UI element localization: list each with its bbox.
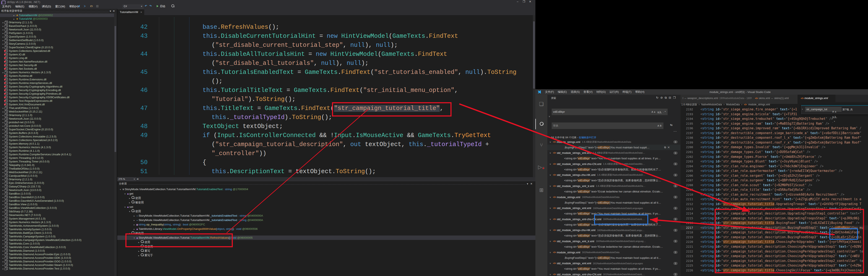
tree-item-assembly[interactable]: System.Linq.dll: [0, 56, 114, 60]
tree-item-assembly[interactable]: ▸StbSharp (0.7.2.38): [0, 210, 114, 213]
tree-item-assembly[interactable]: ▸BaseOverhaul (1.0.0.0): [0, 24, 114, 28]
language-select[interactable]: C#▾: [123, 5, 143, 9]
hscroll-left-icon[interactable]: ◀: [136, 177, 138, 180]
result-match-row[interactable]: .BuyingFoodStep1" text="{=vdEoBkpr}You m…: [547, 145, 681, 150]
result-match-row[interactable]: .BuyingFoodStep1" text="{=vdEoBkpr}You m…: [547, 200, 681, 205]
result-file-row[interactable]: ∨</>std_module_strings_xml.xml161NativeM…: [547, 261, 681, 266]
tree-item-assembly[interactable]: ▸TheBattleOfSika (1.0.0.0): [0, 167, 114, 170]
save-icon[interactable]: ▤: [96, 4, 99, 7]
tree-item-assembly[interactable]: ▸System.Memory (4.0.1.1): [0, 142, 114, 145]
panel-close-icon[interactable]: ✕: [113, 9, 115, 12]
tree-item-assembly[interactable]: ▸TaleWorlds.Core.ViewModelCollection (1.…: [0, 245, 114, 249]
regex-icon[interactable]: .*: [663, 111, 666, 113]
analyzer-row[interactable]: ▾使用: [117, 209, 141, 214]
tree-item-assembly[interactable]: ▸SandBox (1.0.0.0): [0, 192, 114, 195]
find-toggle-replace-chevron-icon[interactable]: ›: [802, 108, 803, 111]
open-file-icon[interactable]: 🗁: [90, 4, 93, 7]
tree-item-assembly[interactable]: ▸protobuf-net.Core (3.0.0.0): [0, 124, 114, 128]
tree-item-assembly[interactable]: System.Text.RegularExpressions.dll: [0, 99, 114, 103]
restore-icon[interactable]: ❐: [521, 0, 527, 3]
menu-item[interactable]: 帮助(H): [633, 90, 646, 94]
tree-item-assembly[interactable]: ▸WebSocket4Net (0.15.2.11): [0, 110, 114, 113]
analyzer-row[interactable]: ▸重写于: [117, 253, 153, 257]
code-scrollbar[interactable]: [533, 15, 535, 177]
tree-item-assembly[interactable]: System.Collections.Specialized.dll: [0, 49, 114, 53]
result-file-row[interactable]: ∨</>module_strings.xml160NativeModuleDat…: [547, 194, 681, 200]
tree-item-assembly[interactable]: ▸protobuf-net (3.0.0.0): [0, 120, 114, 124]
menu-item[interactable]: 编辑(E): [556, 90, 568, 94]
tree-item-type[interactable]: ▸❖TutorialVM @02000003: [0, 17, 114, 21]
tree-item-assembly[interactable]: ▸TaleWorlds.Diamond.AccessProvider.GDK (…: [0, 256, 114, 259]
view-as-tree-icon[interactable]: ❐: [673, 96, 678, 99]
search-input[interactable]: vdEoBkpr Aa ab .*: [552, 109, 668, 115]
tree-item-assembly[interactable]: ▸QuestSystem (1.0.0.0): [0, 35, 114, 38]
start-debug-button[interactable]: ▶ 启动: [156, 4, 165, 8]
tree-item-assembly[interactable]: ▸System.Collections.Specialized (4.0.2.0…: [0, 138, 114, 142]
tree-item-assembly[interactable]: ▸StoryCamera (1.0.0.0): [0, 42, 114, 46]
analyzer-row[interactable]: ▸▪StoryMode.ViewModelCollection.Tutorial…: [117, 214, 263, 218]
result-file-row[interactable]: ∨</>std_module_strings_xml_tr.xml1.6.4骑砍…: [547, 183, 681, 189]
breadcrumb-item[interactable]: ModuleData: [726, 103, 740, 106]
tree-item-assembly[interactable]: ▸Newtonsoft.Json (11.0.0.0): [0, 28, 114, 31]
tree-item-assembly[interactable]: ▸Newtonsoft.Json (11.0.0.0): [0, 117, 114, 120]
tree-item-assembly[interactable]: ▸System.Collections.Immutable (1.2.5.0): [0, 135, 114, 138]
tree-item-type[interactable]: ▸❖TutorialItemVM @02000002: [0, 13, 114, 17]
menu-item[interactable]: 运行(R): [608, 90, 620, 94]
tree-item-assembly[interactable]: System.Runtime.Extensions.dll: [0, 78, 114, 81]
tree-item-assembly[interactable]: ▸WebSocket4Net (0.15.2.11): [0, 170, 114, 174]
breadcrumb-item[interactable]: NativeModuleData: [701, 103, 722, 106]
tab-close-icon[interactable]: ✕: [140, 11, 142, 13]
menu-item[interactable]: 文件(F): [0, 4, 13, 9]
tree-item-assembly[interactable]: System.Runtime.dll: [0, 74, 114, 78]
tree-item-assembly[interactable]: ▸TaleWorlds.BattlEye.Client (1.0.0.0): [0, 231, 114, 234]
explorer-icon[interactable]: ❏: [535, 99, 547, 109]
tree-item-assembly[interactable]: ▸SettlementSelfBuild (1.0.0.0): [0, 38, 114, 42]
replace-all-icon[interactable]: ⇆: [670, 123, 673, 127]
menu-item[interactable]: 终端(T): [621, 90, 633, 94]
search-icon[interactable]: [535, 119, 548, 129]
analyzer-row[interactable]: ▸被使用: [117, 200, 144, 205]
tree-item-assembly[interactable]: ▸TheLandOfSika (1.0.0.0): [0, 106, 114, 110]
tree-item-assembly[interactable]: ▸0Harmony (2.1.1.0): [0, 113, 114, 117]
menu-item[interactable]: 调试(D): [40, 4, 53, 9]
tree-item-assembly[interactable]: ▸TaleWorlds.CampaignSystem.ViewModelColl…: [0, 238, 114, 242]
run-debug-icon[interactable]: ▷🐞: [535, 162, 547, 172]
menu-item[interactable]: 编辑(E): [13, 4, 26, 9]
tree-item-assembly[interactable]: ▸TaleWorlds.Diamond.AccessProvider.GOG (…: [0, 259, 114, 263]
clear-results-icon[interactable]: ⊘: [660, 96, 665, 99]
open-in-editor-link[interactable]: 在编辑器中打开: [579, 136, 596, 139]
result-match-row[interactable]: <string id="vdEoBkpr" text="你必须随时保持食物供应。…: [547, 167, 681, 172]
find-input[interactable]: str_campaign_tut Aa ab .*: [805, 107, 842, 112]
result-file-row[interactable]: ∨</>std_module_strings_xml.xml160NativeM…: [547, 205, 681, 211]
analyzer-row[interactable]: ▸使用: [117, 196, 141, 200]
tree-item-assembly[interactable]: ▸PetSystem (1.0.0.0): [0, 31, 114, 35]
preserve-case-icon[interactable]: AB: [657, 125, 662, 127]
nav-back-icon[interactable]: ⮜: [78, 4, 80, 8]
tree-item-assembly[interactable]: ▸System.Runtime.CompilerServices.Unsafe …: [0, 153, 114, 156]
tree-item-assembly[interactable]: ▸System.Threading (4.0.12.0): [0, 156, 114, 160]
tree-item-assembly[interactable]: ▸TaleWorlds.Diamond (1.0.0.0): [0, 249, 114, 252]
tree-item-assembly[interactable]: ▸GalaxyCSharp (3.133.7.0): [0, 185, 114, 188]
tree-item-assembly[interactable]: ▸Newtonsoft.Json (13.0.0.0): [0, 188, 114, 192]
tree-item-assembly[interactable]: ▸Steamworks.NET (7.0.0.0): [0, 213, 114, 217]
tree-item-assembly[interactable]: System.Security.Cryptography.X509Certifi…: [0, 95, 114, 99]
close-icon[interactable]: ✕: [527, 0, 533, 3]
tree-item-assembly[interactable]: ▸SandBox.GauntletUI.AutoGenerated (1.0.0…: [0, 199, 114, 202]
tree-item-assembly[interactable]: ▸TaleWorlds.CampaignSystem (1.0.0.0): [0, 234, 114, 238]
tree-item-assembly[interactable]: ▸TaleWorlds.Diamond.AccessProvider.Steam…: [0, 263, 114, 267]
tree-item-assembly[interactable]: ▸SandBox.GauntletUI (1.0.0.0): [0, 195, 114, 199]
tree-item-assembly[interactable]: ▸TaleWorlds.Diamond.AccessProvider.Test …: [0, 267, 114, 270]
result-match-row[interactable]: <string id="vdEoBkpr" text="Erzak tedari…: [547, 189, 681, 194]
undo-icon[interactable]: ↶: [145, 4, 147, 7]
find-regex-icon[interactable]: .*: [832, 120, 836, 123]
tree-item-assembly[interactable]: System.Net.NameResolution.dll: [0, 60, 114, 63]
redo-icon[interactable]: ↷: [149, 4, 152, 7]
find-match-case-icon[interactable]: Aa: [832, 110, 837, 113]
dismiss-icon[interactable]: ✕: [668, 146, 671, 149]
search-assemblies-icon[interactable]: [171, 4, 175, 8]
tree-item-assembly[interactable]: ▸SuperSocket.ClientEngine (0.10.0.0): [0, 128, 114, 131]
analyzer-row[interactable]: ▾◆set: [117, 205, 133, 209]
source-control-icon[interactable]: ⑂: [535, 140, 547, 150]
explorer-scrollbar[interactable]: [114, 13, 116, 276]
menu-item[interactable]: 查看(V): [582, 90, 594, 94]
